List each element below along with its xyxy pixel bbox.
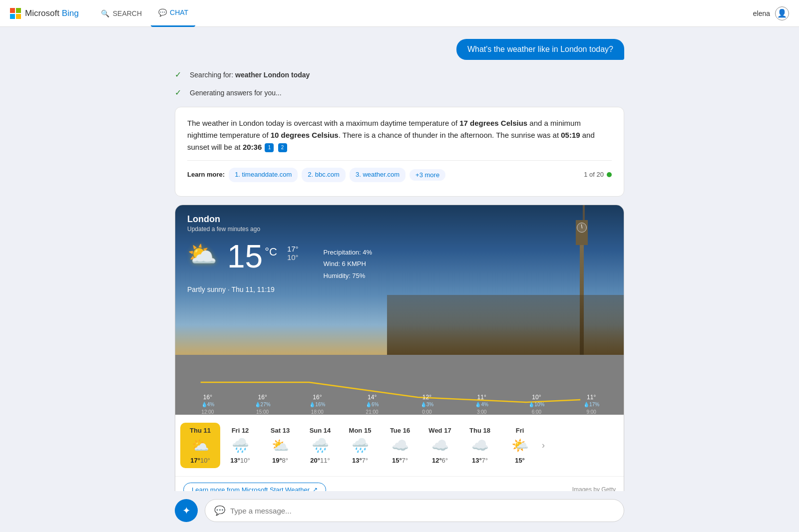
forecast-day-6[interactable]: Wed 17 ☁️ 12°6°	[420, 423, 460, 468]
bottom-bar: ✦ 💬	[0, 491, 799, 532]
hourly-col-6: 10° 💧10% 6:00	[509, 394, 564, 415]
check-icon-search: ✓	[175, 70, 185, 80]
weather-details: Precipitation: 4% Wind: 6 KMPH Humidity:…	[324, 247, 373, 281]
user-message-row: What's the weather like in London today?	[175, 27, 624, 66]
ref-badge-2[interactable]: 2	[278, 143, 287, 152]
source-link-1[interactable]: 1. timeanddate.com	[229, 168, 298, 182]
main-content: What's the weather like in London today?…	[175, 27, 624, 532]
hourly-col-2: 16° 💧16% 18:00	[290, 394, 345, 415]
forecast-next-arrow[interactable]: ›	[540, 440, 547, 451]
answer-low-temp: 10 degrees Celsius	[271, 131, 339, 139]
answer-text: The weather in London today is overcast …	[187, 117, 612, 153]
answer-box: The weather in London today is overcast …	[175, 107, 624, 197]
nav-chat[interactable]: 💬 CHAT	[151, 0, 195, 27]
status-search-label: Searching for: weather London today	[190, 71, 310, 79]
daily-forecast-row: Thu 11 ⛅ 17°10° Fri 12 🌧️ 13°10° Sat 13 …	[175, 415, 624, 476]
ref-badge-1[interactable]: 1	[265, 143, 274, 152]
user-avatar-icon[interactable]: 👤	[775, 6, 789, 20]
bottom-bar-inner: ✦ 💬	[175, 499, 624, 522]
message-input[interactable]	[230, 507, 615, 515]
forecast-day-8[interactable]: Fri 🌤️ 15°	[500, 423, 540, 468]
parliament-base	[387, 295, 624, 355]
nav-search-label: SEARCH	[113, 9, 142, 17]
status-search: ✓ Searching for: weather London today	[175, 66, 624, 84]
message-input-box: 💬	[205, 499, 624, 522]
weather-background: London Updated a few minutes ago ⛅ 15 °C…	[175, 205, 624, 355]
forecast-day-5[interactable]: Tue 16 ☁️ 15°7°	[380, 423, 420, 468]
user-name: elena	[753, 9, 770, 17]
bing-spark-button[interactable]: ✦	[175, 499, 198, 522]
microsoft-logo-icon	[10, 8, 21, 19]
input-chat-icon: 💬	[214, 505, 225, 516]
hourly-col-1: 16° 💧27% 15:00	[235, 394, 290, 415]
big-ben-spire	[583, 205, 585, 220]
nav-search[interactable]: 🔍 SEARCH	[94, 0, 149, 27]
search-icon: 🔍	[101, 9, 110, 18]
green-dot-icon	[607, 172, 612, 177]
city-background	[377, 205, 624, 355]
weather-card: London Updated a few minutes ago ⛅ 15 °C…	[175, 205, 624, 504]
forecast-day-7[interactable]: Thu 18 ☁️ 13°7°	[460, 423, 500, 468]
status-generating-label: Generating answers for you...	[190, 89, 282, 97]
learn-more-bar: Learn more: 1. timeanddate.com 2. bbc.co…	[187, 160, 612, 186]
hourly-forecast-graph: 16° 💧4% 12:00 16° 💧27% 15:00 16° 💧16% 18…	[175, 355, 624, 415]
status-generating: ✓ Generating answers for you...	[175, 84, 624, 102]
chat-icon: 💬	[158, 8, 167, 17]
forecast-day-1[interactable]: Fri 12 🌧️ 13°10°	[220, 423, 260, 468]
hourly-columns: 16° 💧4% 12:00 16° 💧27% 15:00 16° 💧16% 18…	[180, 394, 619, 415]
logo-text: Microsoft Bing	[25, 8, 79, 18]
weather-unit: °C	[265, 246, 277, 259]
forecast-day-0[interactable]: Thu 11 ⛅ 17°10°	[180, 423, 220, 468]
source-link-3[interactable]: 3. weather.com	[350, 168, 405, 182]
check-icon-generating: ✓	[175, 88, 185, 98]
weather-temp-big: 15	[227, 241, 263, 272]
nav: 🔍 SEARCH 💬 CHAT	[94, 0, 195, 27]
forecast-day-2[interactable]: Sat 13 ⛅ 19°8°	[260, 423, 300, 468]
hourly-col-5: 11° 💧4% 3:00	[454, 394, 509, 415]
hourly-col-7: 11° 💧17% 9:00	[564, 394, 619, 415]
answer-sunset: 20:36	[243, 143, 262, 151]
learn-more-label: Learn more:	[187, 170, 225, 180]
weather-high-low: 17° 10°	[287, 245, 299, 262]
hourly-col-3: 14° 💧6% 21:00	[345, 394, 400, 415]
hourly-col-4: 12° 💧3% 0:00	[400, 394, 454, 415]
user-message-bubble: What's the weather like in London today?	[456, 39, 624, 60]
forecast-day-3[interactable]: Sun 14 🌧️ 20°11°	[300, 423, 340, 468]
logo: Microsoft Bing	[10, 8, 79, 19]
answer-high-temp: 17 degrees Celsius	[459, 119, 527, 127]
nav-chat-label: CHAT	[170, 8, 188, 16]
more-sources-button[interactable]: +3 more	[409, 169, 445, 181]
header-right: elena 👤	[753, 6, 789, 20]
weather-icon-big: ⛅	[187, 241, 217, 268]
header: Microsoft Bing 🔍 SEARCH 💬 CHAT elena 👤	[0, 0, 799, 27]
forecast-day-4[interactable]: Mon 15 🌧️ 13°7°	[340, 423, 380, 468]
big-ben-top	[576, 220, 588, 245]
hourly-col-0: 16° 💧4% 12:00	[180, 394, 235, 415]
big-ben-clock	[577, 223, 587, 233]
page-counter: 1 of 20	[584, 170, 612, 180]
source-link-2[interactable]: 2. bbc.com	[302, 168, 346, 182]
answer-sunrise: 05:19	[561, 131, 580, 139]
clock-hand	[581, 224, 582, 228]
